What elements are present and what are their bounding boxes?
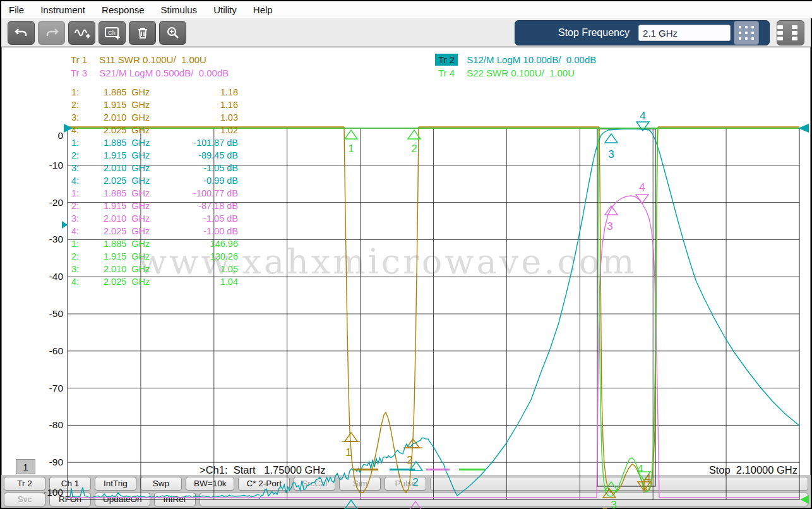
marker-tr1-m2[interactable]: [407, 439, 419, 448]
marker-tr1-m2-label: 2: [407, 454, 412, 466]
marker-freq: 1.885 GHz: [104, 138, 178, 148]
legend-tr4-id: Tr 4: [435, 67, 458, 79]
trace-swatch-green: [459, 469, 485, 470]
marker-num: 4:: [71, 176, 104, 186]
marker-tr4-m1-label: 1: [348, 143, 354, 155]
marker-num: 1:: [71, 188, 104, 198]
legend-tr2-active[interactable]: Tr 2 S12/M LogM 10.00dB/ 0.00dB: [435, 54, 596, 66]
marker-table-row: 2:1.915 GHz-89.45 dB: [71, 149, 238, 162]
menu-help[interactable]: Help: [253, 4, 273, 15]
stop-frequency-label: Stop Frequency: [558, 27, 630, 39]
marker-val: 1.18: [178, 87, 238, 97]
add-channel-button[interactable]: Ch: [99, 21, 126, 45]
marker-tr4-m2[interactable]: [408, 130, 421, 139]
toolbar: Ch Stop Frequency: [1, 18, 811, 47]
marker-tr2-m3[interactable]: [605, 134, 618, 143]
marker-num: 4:: [71, 226, 104, 236]
status-button-svc[interactable]: Svc: [4, 493, 45, 506]
marker-freq: 1.885 GHz: [104, 239, 178, 249]
marker-readout-table: 1:1.885 GHz1.182:1.915 GHz1.163:2.010 GH…: [71, 86, 238, 288]
marker-table-row: 1:1.885 GHz1.18: [71, 86, 238, 99]
marker-freq: 2.025 GHz: [104, 226, 178, 236]
marker-val: -89.45 dB: [178, 150, 238, 160]
status-button-bw-10k[interactable]: BW=10k: [186, 477, 234, 491]
marker-table-row: 1:1.885 GHz-100.77 dB: [71, 187, 238, 200]
menu-response[interactable]: Response: [102, 4, 145, 15]
legend-tr1[interactable]: Tr 1 S11 SWR 0.100U/ 1.00U: [68, 54, 206, 66]
delete-button[interactable]: [129, 21, 156, 45]
marker-num: 4:: [71, 277, 104, 287]
active-marker-pointer[interactable]: [62, 221, 68, 229]
legend-tr1-id: Tr 1: [68, 54, 90, 66]
side-menu-button[interactable]: [777, 20, 804, 45]
application-frame: File Instrument Response Stimulus Utilit…: [1, 1, 811, 508]
y-axis-tick-label: -60: [49, 345, 64, 356]
status-button-intref[interactable]: IntRef: [154, 493, 196, 506]
status-button-tr-2[interactable]: Tr 2: [4, 477, 45, 491]
y-axis-tick-label: -80: [49, 419, 64, 430]
trace-swatch-amber: [353, 469, 378, 470]
y-axis-tick-label: -20: [49, 197, 64, 208]
marker-val: -87.18 dB: [178, 201, 238, 211]
status-button-srccal[interactable]: SrcCal: [294, 477, 336, 491]
status-button-rfon[interactable]: RFOn: [49, 493, 91, 506]
sweep-start-label[interactable]: >Ch1: Start 1.75000 GHz: [200, 464, 325, 476]
undo-button[interactable]: [8, 21, 35, 45]
status-button-updateon[interactable]: UpdateOn: [95, 493, 150, 506]
stop-frequency-input[interactable]: [638, 25, 731, 41]
marker-table-row: 4:2.025 GHz-0.99 dB: [71, 174, 238, 187]
magnifier-plus-icon: [166, 26, 180, 40]
trace-s11-swr-path: [599, 127, 658, 493]
status-button-ch-1[interactable]: Ch 1: [49, 477, 91, 491]
marker-freq: 1.915 GHz: [104, 150, 178, 160]
marker-table-row: 1:1.885 GHz-101.87 dB: [71, 136, 238, 149]
marker-tr2-m4[interactable]: [636, 122, 649, 131]
y-axis-tick-label: -30: [49, 234, 64, 244]
legend-tr4-label: S22 SWR 0.100U/ 1.00U: [467, 68, 575, 78]
marker-num: 2:: [71, 150, 104, 160]
marker-freq: 1.915 GHz: [104, 251, 178, 261]
menu-utility[interactable]: Utility: [213, 4, 237, 15]
add-trace-icon: [74, 25, 90, 40]
status-row-2: SvcRFOnUpdateOnIntRef: [4, 493, 808, 506]
marker-num: 3:: [71, 264, 104, 274]
status-button-c-2-port[interactable]: C* 2-Port: [238, 477, 290, 491]
status-button-pulse[interactable]: Pulse: [385, 477, 426, 491]
marker-tr3-m4-label: 4: [639, 181, 645, 193]
keypad-button[interactable]: [734, 21, 759, 45]
sweep-stop-label[interactable]: Stop 2.10000 GHz: [709, 464, 797, 476]
menu-file[interactable]: File: [9, 4, 24, 15]
legend-tr2-label: S12/M LogM 10.00dB/ 0.00dB: [467, 54, 596, 65]
legend-tr3-label: S21/M LogM 0.500dB/ 0.00dB: [99, 68, 229, 78]
marker-num: 3:: [71, 213, 104, 224]
keypad-icon: [739, 26, 741, 28]
add-trace-button[interactable]: [68, 21, 95, 45]
marker-num: 3:: [71, 112, 104, 123]
marker-tr4-m1[interactable]: [345, 130, 357, 139]
legend-tr3-id: Tr 3: [68, 67, 90, 79]
marker-table-row: 4:2.025 GHz-1.00 dB: [71, 225, 238, 237]
y-axis-tick-label: -10: [49, 160, 64, 171]
svg-text:Ch: Ch: [108, 30, 116, 36]
status-button-inttrig[interactable]: IntTrig: [95, 477, 136, 491]
menu-instrument[interactable]: Instrument: [40, 4, 85, 15]
status-button-swp[interactable]: Swp: [140, 477, 182, 491]
marker-num: 1:: [71, 138, 104, 148]
marker-tr3-m4[interactable]: [636, 195, 648, 203]
marker-tr4-m2-label: 2: [411, 143, 417, 155]
undo-icon: [15, 26, 28, 40]
marker-num: 2:: [71, 251, 104, 261]
marker-val: 1.05: [178, 264, 238, 274]
marker-tr3-m3[interactable]: [605, 206, 618, 215]
legend-tr4[interactable]: Tr 4 S22 SWR 0.100U/ 1.00U: [435, 67, 575, 79]
limit-lines-box: [597, 129, 655, 486]
marker-tr1-m1[interactable]: [345, 433, 357, 441]
channel-badge[interactable]: 1: [16, 459, 35, 474]
marker-freq: 1.885 GHz: [104, 87, 178, 97]
zoom-button[interactable]: [159, 21, 186, 45]
status-button-sim[interactable]: Sim: [339, 477, 381, 491]
legend-tr3[interactable]: Tr 3 S21/M LogM 0.500dB/ 0.00dB: [68, 67, 229, 79]
marker-freq: 2.025 GHz: [104, 277, 178, 287]
menu-stimulus[interactable]: Stimulus: [161, 4, 198, 15]
tr2-ref-right[interactable]: [798, 124, 809, 133]
